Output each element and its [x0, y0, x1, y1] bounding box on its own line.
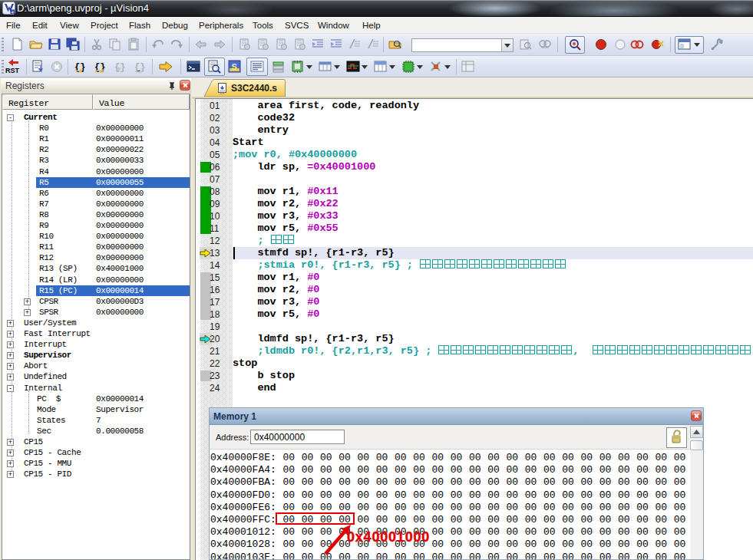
- svg-text:RST: RST: [5, 67, 20, 74]
- svg-text:S: S: [232, 62, 237, 71]
- svg-text:{}: {}: [114, 62, 125, 73]
